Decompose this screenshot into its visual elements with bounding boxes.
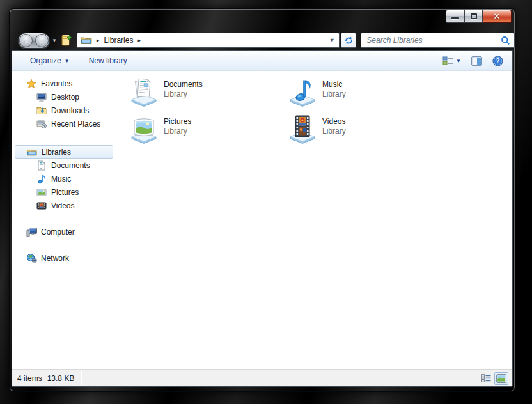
sidebar-item-label: Downloads bbox=[51, 106, 89, 115]
documents-library-icon bbox=[129, 76, 159, 107]
tile-music[interactable]: Music Library bbox=[287, 76, 446, 113]
maximize-button[interactable] bbox=[465, 10, 483, 23]
forward-button[interactable]: → bbox=[35, 34, 49, 47]
sidebar-item-documents[interactable]: Documents bbox=[12, 159, 116, 172]
organize-button[interactable]: Organize ▼ bbox=[25, 54, 75, 68]
search-box[interactable]: Search Libraries bbox=[361, 33, 515, 48]
address-dropdown-icon[interactable]: ▼ bbox=[326, 37, 338, 43]
explorer-window: ✕ ← → ▼ bbox=[9, 8, 515, 392]
preview-pane-icon bbox=[471, 56, 482, 66]
tile-name: Documents bbox=[164, 80, 203, 89]
forward-arrow-icon: → bbox=[38, 36, 45, 44]
close-button[interactable]: ✕ bbox=[483, 10, 512, 23]
close-icon: ✕ bbox=[494, 12, 501, 20]
sidebar-item-music[interactable]: Music bbox=[12, 172, 116, 185]
toolbar-right: ▼ ? bbox=[440, 54, 506, 68]
sidebar-item-favorites[interactable]: Favorites bbox=[12, 77, 116, 90]
breadcrumb-arrow-icon[interactable]: ▸ bbox=[92, 37, 104, 43]
chevron-down-icon: ▼ bbox=[456, 58, 461, 64]
up-folder-icon[interactable] bbox=[61, 34, 72, 47]
sidebar-item-libraries[interactable]: Libraries bbox=[15, 145, 113, 159]
address-bar[interactable]: ▸ Libraries ▸ ▼ bbox=[77, 33, 340, 48]
statusbar-view-buttons bbox=[479, 372, 512, 385]
total-size: 13.8 KB bbox=[47, 374, 75, 383]
sidebar-item-label: Videos bbox=[51, 201, 74, 210]
history-buttons: ← → bbox=[18, 33, 50, 49]
search-icon[interactable] bbox=[501, 36, 510, 45]
caption-buttons: ✕ bbox=[446, 10, 512, 23]
new-library-button[interactable]: New library bbox=[84, 54, 132, 68]
tile-type: Library bbox=[322, 89, 346, 99]
sidebar-item-label: Network bbox=[41, 254, 69, 263]
tile-type: Library bbox=[164, 89, 203, 99]
preview-pane-button[interactable] bbox=[469, 54, 485, 68]
new-library-label: New library bbox=[89, 56, 127, 65]
star-icon bbox=[26, 79, 38, 89]
tile-videos[interactable]: Videos Library bbox=[287, 113, 446, 150]
sidebar-item-label: Recent Places bbox=[51, 120, 100, 128]
sidebar-item-label: Pictures bbox=[51, 188, 79, 197]
tile-name: Music bbox=[322, 80, 346, 89]
libraries-folder-icon bbox=[81, 36, 92, 45]
library-tiles: Documents Library bbox=[129, 76, 512, 150]
sidebar-item-desktop[interactable]: Desktop bbox=[12, 90, 116, 104]
item-count: 4 items bbox=[17, 374, 42, 383]
thumbnail-view-icon bbox=[496, 374, 506, 383]
details-view-icon bbox=[481, 374, 491, 382]
back-button[interactable]: ← bbox=[19, 34, 33, 47]
sidebar-item-recent-places[interactable]: Recent Places bbox=[12, 117, 116, 130]
refresh-icon bbox=[344, 36, 354, 45]
refresh-button[interactable] bbox=[341, 33, 356, 48]
breadcrumb-arrow-icon[interactable]: ▸ bbox=[133, 37, 145, 43]
details-view-button[interactable] bbox=[479, 372, 493, 385]
recent-places-icon bbox=[36, 119, 48, 129]
sidebar-item-label: Libraries bbox=[42, 148, 71, 157]
network-globe-icon bbox=[26, 253, 38, 263]
sidebar-gap bbox=[12, 130, 116, 145]
downloads-icon bbox=[36, 105, 48, 116]
tile-documents[interactable]: Documents Library bbox=[129, 76, 287, 113]
change-view-button[interactable]: ▼ bbox=[440, 54, 464, 68]
minimize-icon bbox=[451, 17, 459, 19]
desktop: { "window": { "caption": { "minimize": "… bbox=[0, 0, 532, 404]
picture-icon bbox=[36, 187, 48, 198]
sidebar-item-label: Music bbox=[51, 175, 71, 183]
svg-text:?: ? bbox=[496, 58, 499, 65]
document-icon bbox=[36, 160, 48, 171]
film-icon bbox=[36, 201, 48, 211]
tile-pictures[interactable]: Pictures Library bbox=[129, 113, 287, 150]
command-bar: Organize ▼ New library ▼ bbox=[12, 51, 512, 71]
desktop-icon bbox=[36, 92, 48, 102]
sidebar-gap bbox=[12, 238, 116, 251]
tile-name: Videos bbox=[322, 117, 346, 127]
views-icon bbox=[442, 56, 453, 66]
videos-library-icon bbox=[287, 113, 318, 144]
sidebar-item-computer[interactable]: Computer bbox=[12, 225, 116, 238]
minimize-button[interactable] bbox=[446, 10, 465, 23]
window-body: Organize ▼ New library ▼ bbox=[12, 50, 513, 387]
music-note-icon bbox=[36, 174, 48, 184]
sidebar-item-label: Documents bbox=[51, 161, 90, 170]
sidebar-item-videos[interactable]: Videos bbox=[12, 199, 116, 212]
sidebar-item-network[interactable]: Network bbox=[12, 251, 116, 265]
computer-icon bbox=[26, 227, 38, 237]
breadcrumb-libraries[interactable]: Libraries bbox=[104, 36, 133, 45]
recent-pages-dropdown[interactable]: ▼ bbox=[52, 38, 57, 43]
thumbnail-view-button[interactable] bbox=[494, 372, 508, 385]
tile-type: Library bbox=[164, 127, 191, 136]
navigation-pane: Favorites Desktop Downloads bbox=[12, 71, 116, 369]
help-button[interactable]: ? bbox=[490, 54, 506, 68]
sidebar-item-label: Desktop bbox=[51, 93, 79, 102]
content-area: Favorites Desktop Downloads bbox=[12, 71, 512, 369]
sidebar-item-downloads[interactable]: Downloads bbox=[12, 104, 116, 117]
sidebar-item-label: Favorites bbox=[41, 79, 72, 88]
status-bar: 4 items 13.8 KB bbox=[12, 369, 512, 386]
maximize-icon bbox=[471, 13, 477, 19]
music-library-icon bbox=[287, 76, 318, 107]
tile-type: Library bbox=[322, 127, 346, 136]
search-placeholder: Search Libraries bbox=[366, 36, 501, 45]
items-view: Documents Library bbox=[116, 71, 512, 369]
tile-name: Pictures bbox=[164, 117, 191, 127]
sidebar-item-pictures[interactable]: Pictures bbox=[12, 185, 116, 199]
navigation-bar: ← → ▼ ▸ Librarie bbox=[10, 30, 515, 50]
